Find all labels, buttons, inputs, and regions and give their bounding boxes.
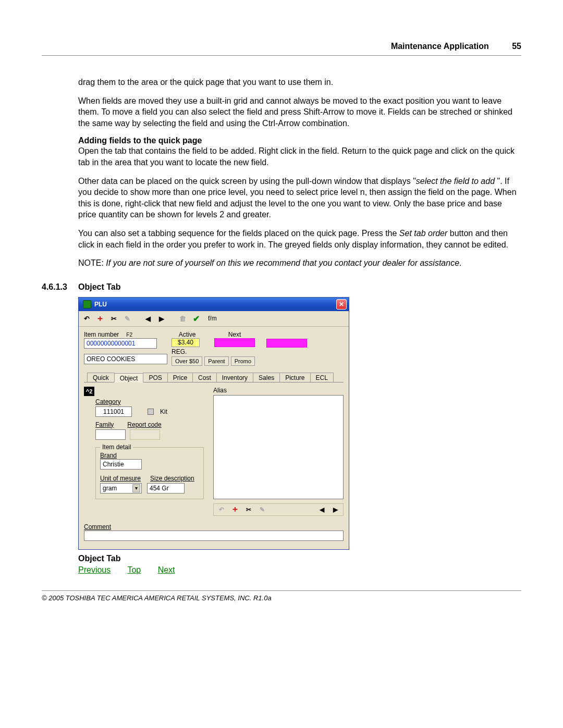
chip-over50[interactable]: Over $50 bbox=[172, 356, 202, 366]
alias-add-icon[interactable]: ＋ bbox=[230, 505, 240, 514]
comment-label: Comment bbox=[84, 523, 344, 530]
cut-icon[interactable]: ✂ bbox=[109, 314, 118, 323]
prev-icon[interactable]: ◀ bbox=[143, 314, 153, 323]
report-input[interactable] bbox=[130, 429, 160, 440]
brand-label: Brand bbox=[100, 452, 199, 459]
uom-label: Unit of mesure bbox=[100, 475, 145, 482]
plu-window: PLU ✕ ↶ ＋ ✂ ✎ ◀ ▶ 🗑 ✔ f/m bbox=[78, 297, 349, 550]
trash-icon[interactable]: 🗑 bbox=[178, 314, 187, 323]
tab-object[interactable]: Object bbox=[114, 373, 144, 382]
alias-label: Alias bbox=[213, 387, 344, 394]
kit-label: Kit bbox=[160, 408, 167, 415]
paragraph-5: You can also set a tabbing sequence for … bbox=[78, 228, 521, 250]
family-input[interactable] bbox=[95, 429, 126, 440]
paragraph-note: NOTE: If you are not sure of yourself on… bbox=[78, 257, 521, 269]
chip-parent[interactable]: Parent bbox=[204, 356, 228, 366]
subhead-adding-fields: Adding fields to the quick page bbox=[78, 136, 521, 145]
tab-sales[interactable]: Sales bbox=[253, 373, 280, 382]
add-icon[interactable]: ＋ bbox=[95, 314, 105, 323]
tab-price[interactable]: Price bbox=[167, 373, 193, 382]
family-label: Family bbox=[95, 421, 114, 428]
header-title: Maintenance Application bbox=[391, 42, 489, 51]
item-number-label: Item numberF2 bbox=[84, 331, 162, 338]
description-input[interactable] bbox=[84, 354, 167, 364]
page-header: Maintenance Application 55 bbox=[42, 42, 521, 56]
item-detail-legend: Item detail bbox=[100, 443, 133, 451]
alias-edit-icon[interactable]: ✎ bbox=[258, 505, 267, 514]
alias-cut-icon[interactable]: ✂ bbox=[244, 505, 253, 514]
tab-cost[interactable]: Cost bbox=[192, 373, 217, 382]
alias-undo-icon[interactable]: ↶ bbox=[217, 505, 226, 514]
paragraph-2: When fields are moved they use a built-i… bbox=[78, 95, 521, 129]
toolbar-fm[interactable]: f/m bbox=[208, 315, 217, 322]
next-box-1 bbox=[214, 338, 255, 347]
undo-icon[interactable]: ↶ bbox=[82, 314, 91, 323]
active-price: $3.40 bbox=[172, 338, 200, 347]
category-input[interactable] bbox=[95, 406, 132, 417]
link-top[interactable]: Top bbox=[127, 565, 141, 574]
uom-select[interactable]: gram ▾ bbox=[100, 483, 142, 493]
size-input[interactable] bbox=[147, 483, 185, 493]
active-label: Active bbox=[172, 331, 203, 338]
window-titlebar[interactable]: PLU ✕ bbox=[79, 298, 349, 311]
alias-prev-icon[interactable]: ◀ bbox=[317, 505, 326, 514]
close-button[interactable]: ✕ bbox=[336, 299, 347, 310]
paragraph-4: Other data can be placed on the quick sc… bbox=[78, 176, 521, 220]
section-heading: 4.6.1.3Object Tab bbox=[42, 282, 521, 292]
link-previous[interactable]: Previous bbox=[78, 565, 111, 574]
window-title: PLU bbox=[94, 301, 107, 308]
page-number: 55 bbox=[512, 42, 521, 51]
item-number-input[interactable] bbox=[84, 338, 157, 349]
alias-next-icon[interactable]: ▶ bbox=[331, 505, 340, 514]
reg-label: REG. bbox=[172, 348, 203, 355]
link-next[interactable]: Next bbox=[158, 565, 175, 574]
ok-icon[interactable]: ✔ bbox=[191, 314, 201, 323]
alias-toolbar: ↶ ＋ ✂ ✎ ◀ ▶ bbox=[213, 503, 344, 516]
next-label: Next bbox=[214, 331, 255, 338]
alias-listbox[interactable] bbox=[213, 395, 344, 499]
toolbar: ↶ ＋ ✂ ✎ ◀ ▶ 🗑 ✔ f/m bbox=[79, 311, 349, 327]
comment-input[interactable] bbox=[84, 530, 344, 541]
caret2-tag: ^2 bbox=[84, 387, 94, 396]
tab-picture[interactable]: Picture bbox=[279, 373, 310, 382]
next-box-2 bbox=[266, 339, 307, 348]
page-footer: © 2005 TOSHIBA TEC AMERICA AMERICA RETAI… bbox=[42, 590, 521, 602]
app-icon bbox=[83, 300, 91, 309]
report-label: Report code bbox=[127, 421, 161, 428]
chip-promo[interactable]: Promo bbox=[231, 356, 255, 366]
tab-quick[interactable]: Quick bbox=[87, 373, 115, 382]
category-label: Category bbox=[95, 398, 204, 405]
figure-nav: Previous Top Next bbox=[78, 565, 521, 575]
tabs: Quick Object POS Price Cost Inventory Sa… bbox=[84, 371, 344, 382]
tab-inventory[interactable]: Inventory bbox=[216, 373, 253, 382]
item-detail-group: Item detail Brand Unit of mesure Size de… bbox=[95, 447, 204, 499]
paragraph-1: drag them to the area or the quick page … bbox=[78, 77, 521, 88]
size-label: Size description bbox=[150, 475, 194, 482]
brand-input[interactable] bbox=[100, 459, 142, 470]
paragraph-3: Open the tab that contains the field to … bbox=[78, 145, 521, 168]
next-icon[interactable]: ▶ bbox=[157, 314, 166, 323]
tab-pos[interactable]: POS bbox=[143, 373, 167, 382]
kit-checkbox[interactable] bbox=[148, 409, 154, 415]
chevron-down-icon[interactable]: ▾ bbox=[132, 484, 140, 492]
edit-icon[interactable]: ✎ bbox=[123, 314, 132, 323]
tab-ecl[interactable]: ECL bbox=[310, 373, 334, 382]
figure-caption: Object Tab bbox=[78, 554, 521, 563]
